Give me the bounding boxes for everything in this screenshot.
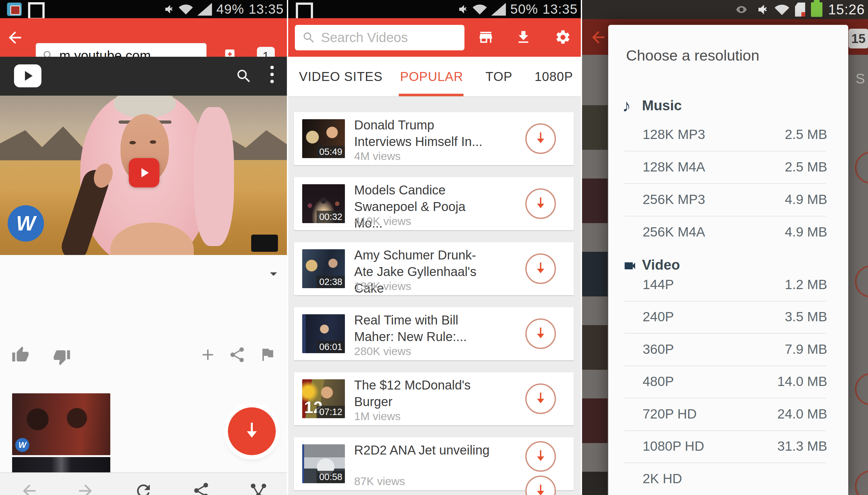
- divider: [624, 333, 826, 334]
- youtube-logo[interactable]: [14, 64, 41, 87]
- resolution-option[interactable]: 240P: [643, 309, 674, 324]
- video-views: 4M views: [354, 150, 401, 163]
- download-fab[interactable]: [228, 407, 276, 455]
- file-size: 4.9 MB: [785, 192, 827, 207]
- resolution-option[interactable]: 2K HD: [643, 471, 682, 487]
- tab-video-sites[interactable]: VIDEO SITES: [299, 69, 382, 84]
- video-card[interactable]: 05:49 Donald Trump Interviews Himself In…: [294, 112, 574, 165]
- video-card[interactable]: 02:38 Amy Schumer Drunk-Ate Jake Gyllenh…: [294, 242, 574, 295]
- resolution-option[interactable]: 1080P HD: [643, 439, 704, 454]
- video-views: 280K views: [354, 345, 411, 358]
- dimmed-download-button: [855, 151, 868, 184]
- download-button[interactable]: [525, 476, 556, 495]
- resolution-option[interactable]: 720P HD: [643, 406, 697, 422]
- flag-icon[interactable]: [259, 346, 276, 363]
- youtube-search-icon[interactable]: [235, 68, 253, 85]
- divider: [624, 398, 826, 398]
- download-icon: [240, 420, 263, 443]
- video-title: Donald Trump Interviews Himself In...: [354, 117, 491, 150]
- video-title: R2D2 ANA Jet unveiling: [354, 442, 491, 458]
- video-thumbnail: 12 07:12: [302, 379, 345, 418]
- resolution-option[interactable]: 256K M4A: [643, 224, 705, 240]
- video-card[interactable]: 00:32 Models Candice Swanepoel & Pooja M…: [294, 177, 574, 230]
- app-header: Search Videos: [288, 18, 581, 57]
- dislike-icon[interactable]: [53, 348, 71, 366]
- resolution-option[interactable]: 128K MP3: [643, 127, 705, 142]
- file-size: 14.0 MB: [778, 374, 827, 389]
- resolution-option[interactable]: 480P: [643, 374, 674, 389]
- add-to-playlist-icon[interactable]: [199, 346, 217, 364]
- dimmed-thumbnail: [582, 472, 608, 495]
- gear-icon[interactable]: [555, 29, 571, 46]
- panel-popular-videos: 50% 13:35 Search Videos VIDEO SITES POPU…: [288, 0, 581, 495]
- download-button[interactable]: [525, 253, 556, 284]
- status-bar-middle: 50% 13:35: [288, 0, 581, 18]
- download-icon: [532, 482, 549, 495]
- background-text-fragment: S: [855, 71, 865, 87]
- resolution-option[interactable]: 144P: [643, 277, 674, 292]
- chevron-down-icon[interactable]: [267, 267, 280, 281]
- panel-divider: [581, 0, 582, 495]
- share-alt-icon[interactable]: [249, 481, 268, 495]
- overflow-menu-icon[interactable]: [270, 66, 274, 83]
- status-bar-left: 49% 13:35: [0, 0, 287, 18]
- suggested-video-thumbnail[interactable]: W: [12, 393, 110, 455]
- dimmed-thumbnail: [582, 325, 608, 370]
- video-thumbnail: 00:32: [302, 184, 345, 223]
- dimmed-download-button: [855, 470, 868, 495]
- resolution-dialog: Choose a resolution ♪ Music 128K MP3 2.5…: [608, 25, 848, 495]
- refresh-icon[interactable]: [134, 481, 153, 495]
- download-icon: [532, 195, 549, 212]
- download-button[interactable]: [525, 188, 556, 219]
- signal-icon: [197, 3, 212, 16]
- dimmed-download-button: [855, 373, 868, 406]
- resolution-option[interactable]: 256K MP3: [643, 192, 705, 207]
- divider: [624, 301, 826, 302]
- back-arrow-icon: [589, 28, 608, 47]
- notification-app-icon: [7, 3, 22, 16]
- video-still-art: [150, 140, 156, 144]
- market-icon[interactable]: [477, 29, 494, 46]
- browser-toolbar: m.youtube.com 1: [0, 18, 287, 57]
- video-player[interactable]: W: [0, 96, 287, 255]
- download-button[interactable]: [525, 123, 556, 154]
- panel-divider: [287, 0, 288, 495]
- download-button[interactable]: [525, 441, 556, 472]
- search-input[interactable]: Search Videos: [295, 25, 464, 50]
- tab-top[interactable]: TOP: [486, 69, 513, 84]
- download-button[interactable]: [525, 319, 556, 349]
- wifi-icon: [179, 2, 193, 16]
- nav-forward-icon[interactable]: [76, 481, 95, 495]
- resolution-option[interactable]: 128K M4A: [643, 159, 705, 175]
- tab-popular[interactable]: POPULAR: [400, 69, 463, 84]
- download-icon: [532, 325, 549, 342]
- like-icon[interactable]: [12, 346, 29, 364]
- video-views: 87K views: [354, 475, 405, 488]
- wifi-icon: [473, 2, 487, 16]
- battery-percent: 49%: [217, 2, 244, 17]
- file-size: 4.9 MB: [785, 224, 827, 240]
- tab-1080p[interactable]: 1080P: [534, 69, 573, 84]
- video-views: 419K views: [354, 215, 411, 227]
- smart-stay-eye-icon: [734, 3, 748, 17]
- battery-percent: 50%: [510, 2, 538, 17]
- video-card[interactable]: 12 07:12 The $12 McDonald's Burger 1M vi…: [294, 372, 574, 425]
- download-button[interactable]: [525, 383, 556, 414]
- video-card[interactable]: 06:01 Real Time with Bill Maher: New Rul…: [294, 307, 574, 360]
- video-thumbnail: 06:01: [302, 314, 345, 353]
- tab-bar: VIDEO SITES POPULAR TOP 1080P: [288, 57, 581, 97]
- video-views: 136K views: [354, 280, 411, 293]
- signal-icon: [491, 3, 506, 16]
- share-icon[interactable]: [228, 346, 246, 364]
- video-card[interactable]: 00:58 R2D2 ANA Jet unveiling 87K views: [294, 437, 574, 490]
- file-size: 2.5 MB: [785, 127, 827, 142]
- video-thumbnail: 00:58: [302, 444, 345, 483]
- resolution-option[interactable]: 360P: [643, 342, 674, 357]
- video-thumbnail: 05:49: [302, 119, 345, 158]
- panel-browser: 49% 13:35 m.youtube.com 1: [0, 0, 287, 495]
- downloads-icon[interactable]: [515, 29, 532, 46]
- nav-back-icon[interactable]: [20, 481, 39, 495]
- play-button[interactable]: [129, 158, 159, 187]
- back-arrow-icon[interactable]: [6, 28, 24, 47]
- share-icon[interactable]: [192, 481, 210, 495]
